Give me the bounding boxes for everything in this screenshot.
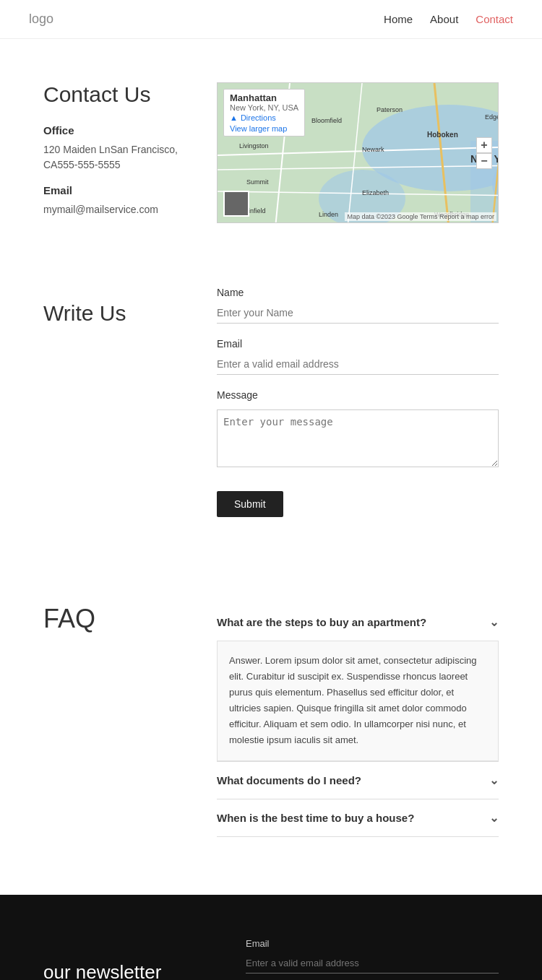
view-larger-link[interactable]: View larger map	[230, 124, 298, 133]
faq-question-2[interactable]: What documents do I need? ⌄	[217, 762, 499, 799]
newsletter-email-label: Email	[246, 938, 499, 949]
map-place-name: Manhattan	[230, 92, 298, 103]
faq-item-2: What documents do I need? ⌄	[217, 762, 499, 799]
faq-item-3: When is the best time to buy a house? ⌄	[217, 799, 499, 837]
faq-chevron-3: ⌄	[489, 811, 499, 825]
map-inner: Bloomfield Livingston Summit Paterson Ed…	[218, 83, 498, 222]
email-input[interactable]	[217, 354, 499, 375]
nav-about[interactable]: About	[430, 13, 458, 25]
svg-text:Bloomfield: Bloomfield	[311, 117, 342, 124]
faq-chevron-2: ⌄	[489, 773, 499, 787]
navbar: logo Home About Contact	[0, 0, 542, 39]
write-form: Name Email Message Submit	[217, 287, 499, 517]
map-container: Bloomfield Livingston Summit Paterson Ed…	[217, 82, 499, 223]
faq-question-3[interactable]: When is the best time to buy a house? ⌄	[217, 799, 499, 836]
svg-text:Paterson: Paterson	[377, 106, 403, 113]
zoom-in-btn[interactable]: +	[476, 137, 492, 153]
write-submit-btn[interactable]: Submit	[217, 491, 283, 517]
contact-title: Contact Us	[43, 82, 188, 107]
faq-question-text-2: What documents do I need?	[217, 774, 361, 786]
map-zoom-controls: + −	[476, 137, 492, 169]
faq-chevron-1: ⌄	[489, 615, 499, 629]
svg-text:Summit: Summit	[246, 178, 269, 186]
logo: logo	[29, 12, 53, 27]
faq-question-text-1: What are the steps to buy an apartment?	[217, 616, 426, 628]
office-address: 120 Maiden LnSan Francisco, CA555-555-55…	[43, 142, 188, 173]
map-attribution: Map data ©2023 Google Terms Report a map…	[345, 212, 496, 221]
write-us-title: Write Us	[43, 287, 188, 326]
svg-text:Hoboken: Hoboken	[427, 131, 458, 139]
write-section: Write Us Name Email Message Submit	[0, 258, 542, 560]
svg-text:Livingston: Livingston	[239, 142, 269, 149]
message-textarea[interactable]	[217, 409, 499, 467]
zoom-out-btn[interactable]: −	[476, 153, 492, 169]
svg-text:Linden: Linden	[319, 211, 338, 218]
newsletter-section: our newsletter Email Submit	[0, 895, 542, 980]
message-label: Message	[217, 389, 499, 401]
faq-answer-1: Answer. Lorem ipsum dolor sit amet, cons…	[217, 641, 499, 761]
contact-email: mymail@mailservice.com	[43, 202, 188, 217]
faq-section: FAQ What are the steps to buy an apartme…	[0, 560, 542, 895]
faq-item-1: What are the steps to buy an apartment? …	[217, 604, 499, 762]
newsletter-email-input[interactable]	[246, 953, 499, 974]
map-thumbnail	[223, 191, 249, 217]
name-input[interactable]	[217, 303, 499, 324]
newsletter-form: Email Submit	[246, 938, 499, 980]
faq-question-1[interactable]: What are the steps to buy an apartment? …	[217, 604, 499, 641]
svg-text:Newark: Newark	[362, 146, 384, 153]
nav-home[interactable]: Home	[384, 13, 413, 25]
name-group: Name	[217, 287, 499, 324]
faq-question-text-3: When is the best time to buy a house?	[217, 812, 414, 824]
contact-section: Contact Us Office 120 Maiden LnSan Franc…	[0, 39, 542, 258]
directions-icon: ▲	[230, 113, 238, 122]
office-label: Office	[43, 124, 188, 136]
nav-links: Home About Contact	[384, 13, 513, 25]
map-place-sub: New York, NY, USA	[230, 103, 298, 112]
newsletter-title: our newsletter	[43, 961, 202, 980]
message-group: Message	[217, 389, 499, 469]
email-label: Email	[217, 338, 499, 350]
faq-items: What are the steps to buy an apartment? …	[217, 604, 499, 837]
faq-title: FAQ	[43, 604, 188, 634]
email-group: Email	[217, 338, 499, 375]
svg-text:Edgewater: Edgewater	[485, 113, 498, 121]
map-label: Manhattan New York, NY, USA ▲ Directions…	[223, 89, 305, 136]
map-directions-btn[interactable]: ▲ Directions	[230, 113, 276, 122]
contact-info: Contact Us Office 120 Maiden LnSan Franc…	[43, 82, 188, 229]
nav-contact[interactable]: Contact	[476, 13, 513, 25]
directions-label: Directions	[241, 113, 276, 122]
svg-text:Elizabeth: Elizabeth	[362, 189, 389, 196]
email-label: Email	[43, 184, 188, 196]
name-label: Name	[217, 287, 499, 298]
